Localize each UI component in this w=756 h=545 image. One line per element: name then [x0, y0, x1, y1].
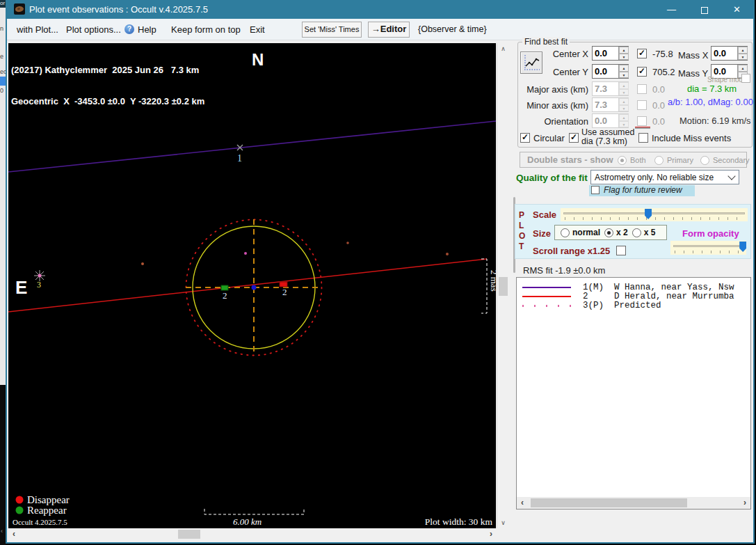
size-option-x2[interactable]: x 2	[604, 228, 628, 237]
plot-horizontal-scrollbar[interactable]: ‹ ›	[8, 528, 497, 540]
center-dot	[252, 285, 257, 290]
help-icon[interactable]: ?	[124, 24, 134, 34]
scroll-up-arrow[interactable]: ∧	[497, 43, 509, 54]
observer-row[interactable]: 2 D Herald, near Murrumba	[517, 292, 750, 301]
scale-label: Scale	[533, 210, 556, 220]
spin-down-icon[interactable]: ▼	[619, 72, 629, 79]
double-stars-group: Double stars - show Both Primary Seconda…	[520, 152, 747, 168]
spin-up-icon[interactable]: ▲	[738, 65, 748, 72]
mass-y-value: 0.0	[714, 66, 726, 77]
double-stars-secondary-label: Secondary	[713, 156, 750, 164]
spinner-arrows[interactable]: ▲▼	[618, 47, 628, 60]
center-x-spinner[interactable]: 0.0 ▲▼	[592, 46, 629, 61]
screen: or n e ec 0 ‹ Plot event observations : …	[0, 0, 756, 545]
spin-up-icon[interactable]: ▲	[619, 47, 629, 54]
minor-axis-spinner: 7.3 ▲▼	[592, 97, 629, 112]
size-option-x5[interactable]: x 5	[632, 228, 656, 237]
use-assumed-checkbox[interactable]	[569, 133, 579, 143]
spin-down-icon[interactable]: ▼	[619, 54, 629, 61]
circular-checkbox[interactable]	[520, 133, 530, 143]
rms-fit-text: RMS fit -1.9 ±0.0 km	[523, 265, 605, 276]
background-selected-row	[0, 77, 6, 86]
spin-up-icon[interactable]: ▲	[619, 65, 629, 72]
editor-button[interactable]: →Editor	[368, 22, 410, 38]
scale-bar-label: 6.00 km	[233, 516, 262, 527]
spinner-arrows[interactable]: ▲▼	[737, 47, 747, 60]
set-miss-times-button[interactable]: Set 'Miss' Times	[302, 22, 362, 38]
observer-list-hscrollbar[interactable]: ‹ ›	[517, 497, 750, 509]
center-x-offset: -75.8	[652, 49, 673, 59]
observer-row[interactable]: 1(M) W Hanna, near Yass, Nsw	[517, 283, 750, 292]
chord-line-observer2-red	[8, 259, 487, 312]
major-axis-spinner: 7.3 ▲▼	[592, 81, 629, 96]
scroll-down-arrow[interactable]: ∨	[497, 517, 509, 528]
orientation-label: Orientation	[522, 116, 588, 127]
observer-row[interactable]: 3(P) Predicted	[517, 301, 750, 310]
center-x-label: Center X	[542, 49, 588, 59]
form-opacity-label: Form opacity	[682, 228, 739, 239]
center-y-offset: 705.2	[652, 67, 675, 77]
fit-chart-button[interactable]	[520, 52, 542, 74]
background-dark-area: ‹	[0, 385, 6, 545]
scroll-right-arrow[interactable]: ›	[485, 528, 497, 540]
plot-header: (20217) Kathyclemmer 2025 Jun 26 7.3 km …	[11, 44, 204, 127]
observer-list[interactable]: 1(M) W Hanna, near Yass, Nsw 2 D Herald,…	[516, 277, 751, 510]
major-axis-err: 0.0	[652, 84, 665, 95]
vertical-scroll-thumb[interactable]	[499, 277, 508, 296]
spin-up-icon[interactable]: ▲	[738, 47, 748, 54]
center-y-checkbox[interactable]	[637, 67, 647, 77]
menu-with-plot[interactable]: with Plot...	[17, 24, 58, 35]
background-fragment: e	[0, 53, 3, 60]
minor-axis-err: 0.0	[652, 100, 665, 111]
scroll-left-arrow[interactable]: ‹	[8, 528, 19, 540]
field-dot	[141, 262, 144, 265]
slider-groove	[673, 245, 743, 247]
chart-icon	[521, 52, 542, 73]
menu-help[interactable]: Help	[138, 24, 156, 35]
include-miss-checkbox[interactable]	[638, 133, 648, 143]
scroll-range-checkbox[interactable]	[616, 246, 626, 255]
list-scroll-thumb[interactable]	[531, 498, 687, 507]
radio-icon[interactable]	[604, 228, 613, 237]
minor-axis-label: Minor axis (km)	[522, 100, 588, 111]
compass-east: E	[15, 277, 27, 299]
mass-x-spinner[interactable]: 0.0 ▲▼	[711, 46, 748, 61]
scale-slider[interactable]	[561, 208, 748, 221]
center-y-spinner[interactable]: 0.0 ▲▼	[592, 64, 629, 79]
size-option-normal[interactable]: normal	[561, 228, 600, 237]
quality-combobox[interactable]: Astrometry only. No reliable size	[590, 170, 739, 184]
shape-model-checkbox[interactable]	[741, 74, 750, 83]
horizontal-scroll-thumb[interactable]	[178, 530, 200, 539]
maximize-button[interactable]	[688, 0, 721, 19]
menu-keep-on-top[interactable]: Keep form on top	[171, 24, 241, 35]
scroll-right-arrow[interactable]: ›	[739, 497, 750, 509]
chevron-down-icon	[727, 172, 735, 180]
menu-exit[interactable]: Exit	[250, 24, 265, 35]
field-dot	[446, 253, 449, 255]
size-x5-label: x 5	[644, 228, 656, 237]
form-opacity-slider[interactable]	[670, 241, 746, 255]
menubar: with Plot... Plot options... ? Help Keep…	[7, 19, 753, 40]
size-radio-group: normal x 2 x 5	[554, 225, 667, 240]
plot-width-label: Plot width: 30 km	[425, 516, 493, 527]
plot-canvas[interactable]: 1 2 2 3 6.00 km 2 mas Plot width: 30 km …	[8, 43, 496, 528]
background-scroll-arrow: ‹	[1, 528, 3, 535]
size-normal-label: normal	[572, 228, 600, 237]
flag-review-checkbox[interactable]	[591, 186, 600, 194]
station3-star-center	[38, 274, 42, 278]
scroll-left-arrow[interactable]: ‹	[517, 497, 528, 509]
motion-text: Motion: 6.19 km/s	[679, 116, 751, 126]
radio-icon[interactable]	[561, 228, 570, 237]
radio-icon[interactable]	[632, 228, 641, 237]
titlebar[interactable]: Plot event observations : Occult v.4.202…	[7, 0, 753, 19]
center-x-checkbox[interactable]	[637, 49, 647, 58]
plot-vertical-scrollbar[interactable]: ∧ ∨	[497, 43, 508, 528]
spinner-arrows[interactable]: ▲▼	[618, 65, 628, 78]
menu-plot-options[interactable]: Plot options...	[66, 24, 121, 35]
close-button[interactable]: ✕	[721, 0, 753, 19]
background-fragment: n	[0, 25, 3, 32]
spin-down-icon[interactable]: ▼	[738, 54, 748, 61]
minimize-button[interactable]: —	[655, 0, 688, 19]
plot-header-line2: Geocentric X -3453.0 ±0.0 Y -3220.3 ±0.2…	[11, 96, 204, 106]
plot-version-label: Occult 4.2025.7.5	[13, 518, 67, 526]
